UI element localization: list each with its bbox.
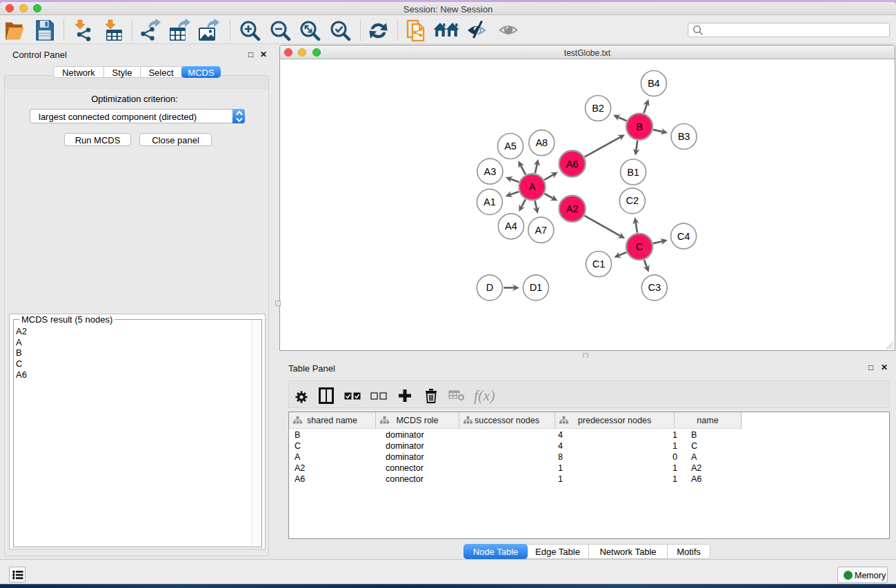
svg-text:B4: B4 bbox=[648, 78, 660, 89]
svg-text:D1: D1 bbox=[530, 282, 543, 293]
svg-text:A3: A3 bbox=[484, 166, 497, 177]
svg-text:D: D bbox=[486, 282, 493, 293]
svg-text:A: A bbox=[529, 181, 536, 192]
svg-text:C: C bbox=[636, 241, 643, 252]
svg-text:B1: B1 bbox=[627, 167, 639, 178]
svg-text:A5: A5 bbox=[504, 141, 517, 152]
svg-text:A6: A6 bbox=[566, 159, 579, 170]
svg-text:C3: C3 bbox=[648, 282, 661, 293]
svg-text:B3: B3 bbox=[678, 131, 690, 142]
svg-text:A4: A4 bbox=[505, 221, 517, 232]
svg-text:B2: B2 bbox=[592, 103, 604, 114]
svg-text:C4: C4 bbox=[677, 231, 690, 242]
svg-text:A8: A8 bbox=[535, 137, 548, 148]
svg-text:A1: A1 bbox=[484, 196, 496, 207]
svg-text:A7: A7 bbox=[535, 225, 547, 236]
svg-text:C1: C1 bbox=[593, 258, 606, 270]
svg-text:A2: A2 bbox=[566, 203, 579, 214]
svg-text:B: B bbox=[636, 121, 643, 132]
svg-text:C2: C2 bbox=[626, 195, 639, 206]
